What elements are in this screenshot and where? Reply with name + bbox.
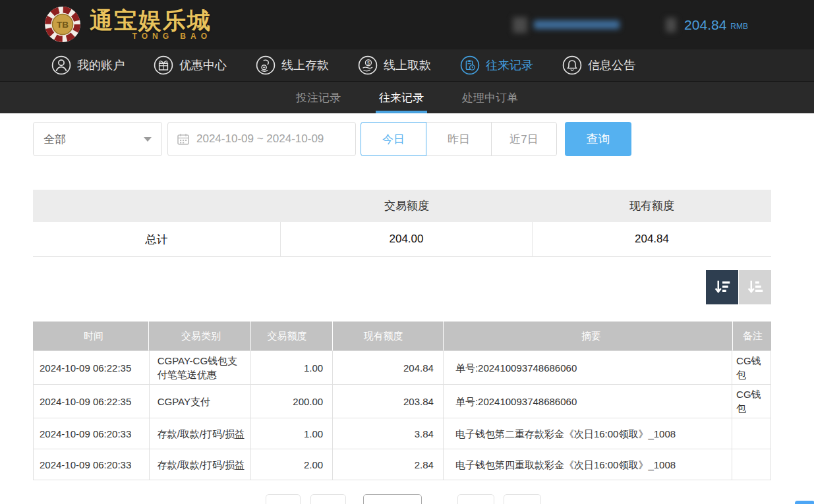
header-balance: 现有额度 [333,322,444,350]
nav-item-announcements[interactable]: 信息公告 [562,55,635,75]
today-button[interactable]: 今日 [361,122,426,156]
records-clipboard-icon [460,55,480,75]
username-blurred[interactable] [513,17,620,33]
last7days-button[interactable]: 近7日 [491,122,557,156]
pagination-first-button[interactable] [266,494,301,504]
cell-time: 2024-10-09 06:20:33 [34,449,150,480]
brand-text: 通宝娱乐城 TONG BAO [90,8,212,41]
tab-label: 往来记录 [379,90,424,105]
cell-time: 2024-10-09 06:22:35 [34,351,150,384]
header-type: 交易类别 [149,322,251,350]
cell-remark [732,418,770,449]
cell-type: CGPAY支付 [150,385,252,418]
cell-amount: 1.00 [251,418,333,449]
cell-type: 存款/取款/打码/损益 [150,418,252,449]
cell-remark: CG钱包 [732,351,770,384]
cell-summary: 电子钱包第四重取款彩金《次日16:00领取》_1008 [444,449,732,480]
brand-name-en: TONG BAO [90,32,212,41]
summary-transaction-total: 204.00 [281,222,533,256]
quick-date-buttons: 今日 昨日 近7日 [361,122,557,156]
nav-item-online-deposit[interactable]: 线上存款 [256,55,329,75]
nav-item-promotions[interactable]: 优惠中心 [154,55,227,75]
summary-table: 交易额度 现有额度 总计 204.00 204.84 [33,190,771,257]
sort-ascending-button[interactable] [739,270,771,304]
cell-summary: 单号:202410093748686060 [444,351,732,384]
tab-processing-orders[interactable]: 处理中订单 [459,82,521,113]
table-row: 2024-10-09 06:20:33 存款/取款/打码/损益 2.00 2.8… [33,449,771,480]
sort-controls [706,270,771,304]
date-range-picker[interactable]: 2024-10-09 ~ 2024-10-09 [167,122,356,156]
page: TB 通宝娱乐城 TONG BAO 204.84 RMB [0,0,814,504]
nav-label: 往来记录 [486,57,533,73]
cell-balance: 3.84 [333,418,444,449]
account-area: 204.84 RMB [513,0,814,49]
svg-text:$: $ [367,61,370,65]
wallet-icon [666,18,676,32]
cell-balance: 204.84 [333,351,444,384]
records-table: 时间 交易类别 交易额度 现有额度 摘要 备注 2024-10-09 06:22… [33,322,771,480]
cell-amount: 1.00 [251,351,333,384]
yesterday-button[interactable]: 昨日 [426,122,492,156]
main-nav: 我的账户 优惠中心 线上存款 [0,49,814,81]
cell-type: 存款/取款/打码/损益 [150,449,252,480]
cell-remark: CG钱包 [732,385,770,418]
tab-label: 投注记录 [296,90,341,105]
nav-item-online-withdrawal[interactable]: $ 线上取款 [358,55,431,75]
brand-logo[interactable]: TB 通宝娱乐城 TONG BAO [44,5,212,43]
pagination-prev-button[interactable] [310,494,346,504]
cell-amount: 2.00 [251,449,333,480]
username-redacted-text [534,20,620,29]
summary-header-balance: 现有额度 [533,198,771,213]
sort-descending-icon [712,277,732,297]
header-time: 时间 [33,322,149,350]
cell-summary: 单号:202410093748686060 [444,385,732,418]
withdraw-hand-dollar-icon: $ [358,55,378,75]
floating-widget[interactable] [795,501,814,504]
nav-label: 优惠中心 [179,57,227,73]
date-range-value: 2024-10-09 ~ 2024-10-09 [196,132,324,146]
summary-header-transaction: 交易额度 [281,198,533,213]
query-button[interactable]: 查询 [565,122,631,156]
top-header: TB 通宝娱乐城 TONG BAO 204.84 RMB [0,0,814,49]
nav-label: 线上存款 [281,57,329,73]
calendar-icon [177,132,190,146]
table-row: 2024-10-09 06:22:35 CGPAY支付 200.00 203.8… [33,384,771,418]
cell-balance: 2.84 [333,449,444,480]
deposit-hand-coin-icon [256,55,276,75]
sort-descending-button[interactable] [706,270,738,304]
cell-remark [732,449,770,480]
nav-label: 我的账户 [77,57,125,73]
cell-amount: 200.00 [251,385,333,418]
header-summary: 摘要 [444,322,733,350]
cell-time: 2024-10-09 06:20:33 [34,418,150,449]
cell-balance: 203.84 [333,385,444,418]
nav-item-transaction-records[interactable]: 往来记录 [460,55,533,75]
poker-chip-icon: TB [44,5,82,43]
summary-total-row: 总计 204.00 204.84 [33,222,771,257]
table-row: 2024-10-09 06:22:35 CGPAY-CG钱包支付笔笔送优惠 1.… [33,350,771,384]
user-avatar-icon [513,17,527,33]
gift-icon [154,55,173,75]
type-select[interactable]: 全部 [33,122,162,156]
summary-header-row: 交易额度 现有额度 [33,190,771,222]
header-remark: 备注 [733,322,771,350]
balance-display[interactable]: 204.84 RMB [666,17,748,33]
nav-label: 信息公告 [588,57,635,73]
tab-label: 处理中订单 [462,90,518,105]
pagination-last-button[interactable] [504,494,541,504]
records-header-row: 时间 交易类别 交易额度 现有额度 摘要 备注 [33,322,771,350]
summary-balance-total: 204.84 [533,222,771,256]
balance-amount: 204.84 [684,17,726,33]
pagination-page-input[interactable] [363,494,422,504]
sort-ascending-icon [745,277,765,297]
chip-monogram: TB [57,20,69,30]
nav-item-my-account[interactable]: 我的账户 [51,55,125,75]
pagination-next-button[interactable] [457,494,494,504]
nav-label: 线上取款 [384,57,431,73]
chevron-down-icon [144,137,152,142]
cell-time: 2024-10-09 06:22:35 [34,385,150,418]
tab-betting-records[interactable]: 投注记录 [293,82,344,113]
balance-currency: RMB [730,22,748,31]
header-amount: 交易额度 [251,322,333,350]
tab-transaction-records[interactable]: 往来记录 [376,82,427,113]
